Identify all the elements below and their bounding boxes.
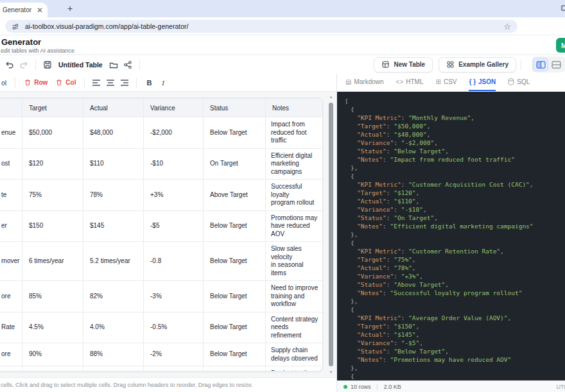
scroll-down-icon[interactable]: ▼ — [328, 370, 334, 375]
cell-kpi[interactable]: ore — [0, 281, 22, 312]
document-title[interactable]: Untitled Table — [58, 61, 103, 69]
cell-status[interactable]: On Target — [204, 148, 266, 180]
column-header[interactable]: Actual — [83, 99, 144, 117]
cell-notes[interactable]: Slow sales velocity in seasonal items — [266, 242, 324, 281]
account-button[interactable]: M — [556, 38, 565, 53]
cell-target[interactable]: 60% — [22, 366, 83, 372]
cell-kpi[interactable]: ess — [0, 366, 22, 372]
cell-actual[interactable]: $48,000 — [83, 117, 144, 149]
tab-html[interactable]: <> HTML — [396, 78, 424, 91]
cell-actual[interactable]: $145 — [83, 210, 144, 242]
cell-notes[interactable]: Efficient digital marketing campaigns — [266, 148, 324, 180]
share-icon[interactable] — [121, 58, 135, 72]
cell-notes[interactable]: Product testing phase delayed — [266, 366, 324, 372]
tab-label: HTML — [406, 78, 423, 85]
cell-status[interactable]: Above Target — [204, 180, 266, 211]
site-settings-icon[interactable] — [10, 22, 20, 31]
tab-json[interactable]: { } JSON — [469, 78, 496, 91]
add-col-button-fragment[interactable]: ol — [1, 79, 6, 87]
align-left-button[interactable] — [89, 76, 103, 90]
table-scrollbar[interactable]: ▲ ▼ — [327, 94, 335, 375]
cell-kpi[interactable]: rnover — [0, 242, 22, 281]
cell-target[interactable]: $120 — [22, 148, 83, 180]
italic-button[interactable]: I — [162, 79, 164, 87]
align-right-button[interactable] — [117, 76, 132, 90]
cell-variance[interactable]: -$5 — [144, 210, 204, 242]
delete-col-button[interactable]: Col — [55, 78, 76, 87]
align-center-button[interactable] — [103, 76, 117, 90]
undo-button[interactable] — [3, 58, 17, 72]
cell-actual[interactable]: 88% — [83, 343, 144, 366]
save-icon[interactable] — [40, 58, 55, 72]
cell-variance[interactable]: -$10 — [144, 148, 204, 180]
cell-notes[interactable]: Content strategy needs refinement — [266, 312, 324, 343]
cell-status[interactable]: Below Target — [204, 210, 266, 242]
cell-kpi[interactable]: ore — [0, 343, 22, 366]
new-table-button[interactable]: New Table — [374, 57, 433, 72]
cell-target[interactable]: 6 times/year — [22, 242, 83, 281]
column-header[interactable]: Target — [22, 99, 83, 117]
cell-variance[interactable]: -2% — [144, 343, 204, 366]
cell-target[interactable]: 85% — [22, 281, 83, 312]
cell-variance[interactable]: +3% — [144, 180, 204, 211]
cell-actual[interactable]: 78% — [83, 180, 144, 211]
cell-kpi[interactable]: te — [0, 180, 22, 211]
cell-variance[interactable]: -3% — [144, 281, 204, 312]
json-code[interactable]: [{"KPI Metric": "Monthly Revenue","Targe… — [337, 92, 565, 380]
new-tab-button[interactable]: + — [64, 2, 76, 15]
cell-actual[interactable]: 55% — [83, 366, 144, 372]
tab-sql[interactable]: SQL — [508, 78, 530, 91]
code-line: }, — [345, 297, 565, 305]
cell-status[interactable]: Below Target — [204, 281, 266, 312]
url-text[interactable]: ai-toolbox.visual-paradigm.com/app/ai-ta… — [25, 22, 503, 30]
column-header[interactable]: Notes — [266, 99, 324, 117]
cell-target[interactable]: $150 — [22, 210, 83, 242]
tab-markdown[interactable]: ▤ Markdown — [345, 78, 384, 91]
cell-notes[interactable]: Successful loyalty program rollout — [266, 180, 324, 211]
browser-tab[interactable]: Generator ✕ — [0, 3, 48, 17]
open-folder-icon[interactable] — [107, 58, 121, 72]
cell-status[interactable]: Below Target — [204, 366, 266, 372]
cell-variance[interactable]: -0.8 — [144, 242, 204, 281]
cell-variance[interactable]: -0.5% — [144, 312, 204, 343]
cell-notes[interactable]: Promotions may have reduced AOV — [266, 210, 324, 242]
bookmark-star-icon[interactable]: ☆ — [503, 22, 511, 31]
cell-target[interactable]: 75% — [22, 180, 83, 211]
tab-close-icon[interactable]: ✕ — [37, 6, 43, 14]
example-gallery-button[interactable]: Example Gallery — [439, 57, 516, 72]
column-header[interactable]: Status — [204, 99, 266, 117]
cell-notes[interactable]: Need to improve training and workflow — [266, 281, 324, 312]
scrollbar-thumb[interactable] — [329, 103, 333, 366]
cell-target[interactable]: 4.5% — [22, 312, 83, 343]
redo-button[interactable] — [17, 58, 31, 72]
address-bar[interactable]: ai-toolbox.visual-paradigm.com/app/ai-ta… — [5, 20, 517, 33]
bold-button[interactable]: B — [146, 79, 152, 87]
cell-status[interactable]: Below Target — [204, 312, 266, 343]
cell-notes[interactable]: Supply chain delays observed — [266, 343, 324, 366]
cell-status[interactable]: Below Target — [204, 242, 266, 281]
cell-actual[interactable]: $110 — [83, 148, 144, 180]
cell-target[interactable]: $50,000 — [22, 117, 83, 149]
cell-notes[interactable]: Impact from reduced foot traffic — [266, 117, 324, 149]
column-header[interactable]: Variance — [144, 99, 204, 117]
cell-kpi[interactable]: ost — [0, 148, 22, 180]
cell-status[interactable]: Below Target — [204, 117, 266, 149]
cell-actual[interactable]: 5.2 times/year — [83, 242, 144, 281]
cell-variance[interactable]: -5% — [144, 366, 204, 372]
cell-status[interactable]: Below Target — [204, 343, 266, 366]
cell-kpi[interactable]: er — [0, 210, 22, 242]
tab-csv[interactable]: ⊞ CSV — [436, 78, 457, 91]
delete-row-button[interactable]: Row — [24, 78, 48, 87]
horizontal-split-toggle[interactable] — [548, 58, 564, 71]
export-format-tabs: ▤ Markdown <> HTML ⊞ CSV { } JSON SQL — [337, 74, 565, 92]
column-header[interactable] — [0, 99, 22, 117]
vertical-split-toggle[interactable] — [533, 58, 548, 71]
cell-kpi[interactable]: Rate — [0, 312, 22, 343]
cell-variance[interactable]: -$2,000 — [144, 117, 204, 149]
cell-actual[interactable]: 82% — [83, 281, 144, 312]
cell-kpi[interactable]: enue — [0, 117, 22, 149]
window-control-icon[interactable] — [561, 5, 565, 11]
cell-target[interactable]: 90% — [22, 343, 83, 366]
scroll-up-icon[interactable]: ▲ — [328, 94, 334, 99]
cell-actual[interactable]: 4.0% — [83, 312, 144, 343]
